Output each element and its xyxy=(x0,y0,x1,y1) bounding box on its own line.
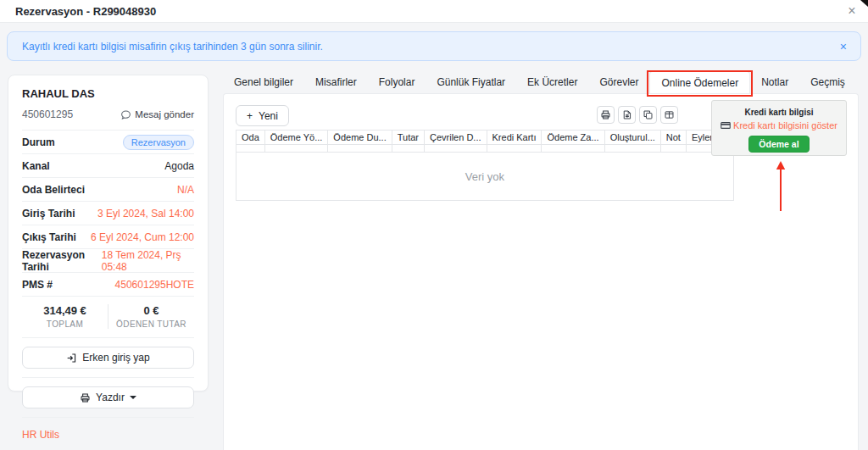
tab-online-odemeler[interactable]: Online Ödemeler xyxy=(649,71,750,93)
column-header-not[interactable]: Not xyxy=(660,131,686,145)
tab-misafirler[interactable]: Misafirler xyxy=(304,71,368,93)
tab-gorevler[interactable]: Görevler xyxy=(588,71,649,93)
filter-cell[interactable] xyxy=(604,145,660,153)
column-header-cevrilen[interactable]: Çevrilen D... xyxy=(424,131,487,145)
field-label: Rezervasyon Tarihi xyxy=(22,249,102,273)
table-filter-row xyxy=(236,145,734,153)
filter-cell[interactable] xyxy=(328,145,392,153)
print-dropdown-button[interactable]: Yazdır xyxy=(22,386,194,408)
payments-table: Oda Ödeme Yö... Ödeme Du... Tutar Çevril… xyxy=(236,130,734,201)
tab-label: Misafirler xyxy=(315,76,357,88)
copy-icon-button[interactable] xyxy=(639,106,657,124)
plus-icon: + xyxy=(247,110,253,122)
tab-label: Genel bilgiler xyxy=(234,76,293,88)
print-icon-button[interactable] xyxy=(597,106,615,124)
tab-notlar[interactable]: Notlar xyxy=(750,71,799,93)
credit-card-panel: Kredi kartı bilgisi Kredi kartı bilgisin… xyxy=(711,100,847,156)
field-value: 450601295HOTE xyxy=(115,279,194,291)
field-row-durum: Durum Rezervasyon xyxy=(22,131,194,154)
online-payments-panel: + Yeni Oda Ödeme Yö... Ödeme Du... Tutar xyxy=(223,93,859,450)
field-row-rezervasyon-tarihi: Rezervasyon Tarihi 18 Tem 2024, Prş 05:4… xyxy=(22,249,194,273)
printer-icon xyxy=(600,109,611,120)
tab-folyolar[interactable]: Folyolar xyxy=(368,71,426,93)
print-label: Yazdır xyxy=(96,392,125,403)
filter-cell[interactable] xyxy=(660,145,686,153)
reservation-tabs: Genel bilgiler Misafirler Folyolar Günlü… xyxy=(223,71,856,93)
field-value: Agoda xyxy=(164,160,194,172)
page-title: Rezervasyon - R299048930 xyxy=(15,5,156,18)
empty-state-text: Veri yok xyxy=(236,153,734,201)
credit-card-icon xyxy=(721,121,731,130)
total-amount-label: TOPLAM xyxy=(22,319,108,329)
comment-icon xyxy=(120,109,131,120)
early-checkin-button[interactable]: Erken giriş yap xyxy=(22,347,194,369)
field-row-cikis-tarihi: Çıkış Tarihi 6 Eyl 2024, Cum 12:00 xyxy=(22,225,194,249)
field-label: PMS # xyxy=(22,279,53,291)
column-header-oda[interactable]: Oda xyxy=(236,131,265,145)
modal-header: Rezervasyon - R299048930 × xyxy=(0,0,868,23)
field-label: Durum xyxy=(22,136,55,148)
export-file-icon xyxy=(621,109,632,120)
chevron-down-icon xyxy=(130,396,136,399)
close-icon[interactable]: × xyxy=(843,3,860,19)
column-header-kredi-karti[interactable]: Kredi Kartı xyxy=(487,131,542,145)
table-header-row: Oda Ödeme Yö... Ödeme Du... Tutar Çevril… xyxy=(236,131,734,145)
early-checkin-label: Erken giriş yap xyxy=(82,352,149,364)
guest-name: RAHAUL DAS xyxy=(22,87,194,100)
new-payment-button[interactable]: + Yeni xyxy=(236,105,289,126)
tab-genel-bilgiler[interactable]: Genel bilgiler xyxy=(223,71,304,93)
tab-label: Folyolar xyxy=(379,76,415,88)
tab-label: Görevler xyxy=(599,76,638,88)
filter-cell[interactable] xyxy=(392,145,424,153)
tab-label: Günlük Fiyatlar xyxy=(437,76,505,88)
tab-ek-ucretler[interactable]: Ek Ücretler xyxy=(516,71,588,93)
copy-icon xyxy=(643,109,654,120)
send-message-link[interactable]: Mesaj gönder xyxy=(120,109,194,120)
filter-cell[interactable] xyxy=(424,145,487,153)
column-header-tutar[interactable]: Tutar xyxy=(392,131,424,145)
filter-cell[interactable] xyxy=(487,145,542,153)
printer-icon xyxy=(80,392,91,403)
filter-cell[interactable] xyxy=(542,145,604,153)
divider xyxy=(22,417,194,418)
hr-utils-link[interactable]: HR Utils xyxy=(22,429,59,441)
credit-card-panel-title: Kredi kartı bilgisi xyxy=(712,108,846,117)
banner-close-icon[interactable]: × xyxy=(826,40,860,53)
show-credit-card-label: Kredi kartı bilgisini göster xyxy=(733,120,837,131)
tab-label: Notlar xyxy=(761,76,788,88)
new-payment-label: Yeni xyxy=(259,110,278,122)
filter-cell[interactable] xyxy=(236,145,265,153)
show-credit-card-link[interactable]: Kredi kartı bilgisini göster xyxy=(721,120,837,131)
info-banner: Kayıtlı kredi kartı bilgisi misafirin çı… xyxy=(7,31,861,61)
column-header-odeme-zamani[interactable]: Ödeme Za... xyxy=(542,131,604,145)
tab-gunluk-fiyatlar[interactable]: Günlük Fiyatlar xyxy=(426,71,516,93)
tab-label: Ek Ücretler xyxy=(527,76,577,88)
column-header-odeme-durumu[interactable]: Ödeme Du... xyxy=(328,131,392,145)
table-empty-row: Veri yok xyxy=(236,153,734,201)
divider xyxy=(22,377,194,378)
guest-id: 450601295 xyxy=(22,108,73,120)
field-value: N/A xyxy=(177,184,194,196)
field-row-pms: PMS # 450601295HOTE xyxy=(22,273,194,297)
sign-in-icon xyxy=(66,353,77,364)
status-badge: Rezervasyon xyxy=(123,135,194,150)
field-row-giris-tarihi: Giriş Tarihi 3 Eyl 2024, Sal 14:00 xyxy=(22,202,194,225)
export-file-icon-button[interactable] xyxy=(618,106,636,124)
field-label: Kanal xyxy=(22,160,50,172)
grid-toolbar xyxy=(597,106,678,124)
tab-gecmis[interactable]: Geçmiş xyxy=(799,71,856,93)
column-chooser-icon-button[interactable] xyxy=(660,106,678,124)
reservation-summary-panel: RAHAUL DAS 450601295 Mesaj gönder Durum … xyxy=(8,75,209,392)
take-payment-button[interactable]: Ödeme al xyxy=(748,136,809,153)
column-header-olusturulma[interactable]: Oluşturul... xyxy=(604,131,660,145)
field-value: 6 Eyl 2024, Cum 12:00 xyxy=(91,231,194,243)
field-row-oda-belirteci: Oda Belirteci N/A xyxy=(22,178,194,202)
field-label: Çıkış Tarihi xyxy=(22,231,76,243)
send-message-label: Mesaj gönder xyxy=(135,109,194,119)
filter-cell[interactable] xyxy=(264,145,328,153)
paid-amount-label: ÖDENEN TUTAR xyxy=(108,319,194,329)
column-chooser-icon xyxy=(664,109,675,120)
tab-label: Geçmiş xyxy=(810,76,845,88)
annotation-arrow xyxy=(775,160,787,213)
column-header-odeme-yontemi[interactable]: Ödeme Yö... xyxy=(264,131,328,145)
